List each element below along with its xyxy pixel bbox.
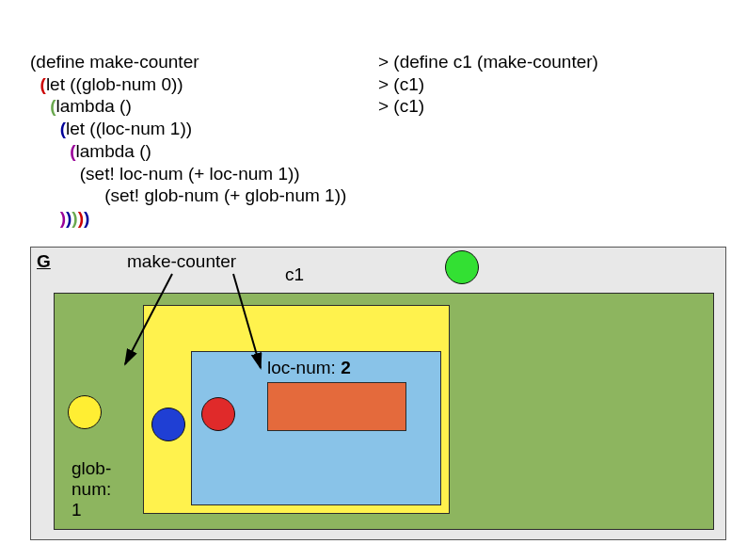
paren-close-1: ) (84, 208, 89, 228)
closure-c1-value (445, 250, 479, 284)
closure-blue (151, 408, 185, 441)
loc-num-binding: loc-num: 2 (267, 358, 351, 378)
frame-let2: loc-num: 2 (191, 351, 441, 505)
make-counter-label: make-counter (127, 251, 236, 272)
code-line-2: let ((glob-num 0)) (46, 74, 183, 94)
repl-output: > (define c1 (make-counter) > (c1) > (c1… (378, 28, 598, 118)
environment-diagram: G make-counter c1 glob- num: 1 loc-num: … (30, 247, 726, 540)
code-line-1: (define make-counter (30, 52, 199, 72)
frame-let1: loc-num: 2 (143, 305, 450, 514)
frame-body (267, 382, 406, 431)
code-line-3: lambda () (56, 96, 131, 116)
global-env-label: G (37, 251, 51, 272)
repl-line-1: > (define c1 (make-counter) (378, 52, 598, 72)
closure-red (201, 397, 235, 431)
glob-num-binding: glob- num: 1 (72, 458, 128, 520)
code-line-7: (set! glob-num (+ glob-num 1)) (104, 185, 346, 205)
frame-glob: glob- num: 1 loc-num: 2 (54, 293, 714, 530)
repl-line-3: > (c1) (378, 96, 424, 116)
code-definition: (define make-counter (let ((glob-num 0))… (30, 28, 346, 230)
repl-line-2: > (c1) (378, 74, 424, 94)
code-line-6: (set! loc-num (+ loc-num 1)) (80, 164, 300, 184)
c1-label: c1 (285, 264, 304, 285)
closure-yellow (68, 395, 102, 429)
code-line-4: let ((loc-num 1)) (66, 119, 192, 138)
code-line-5: lambda () (76, 141, 151, 161)
